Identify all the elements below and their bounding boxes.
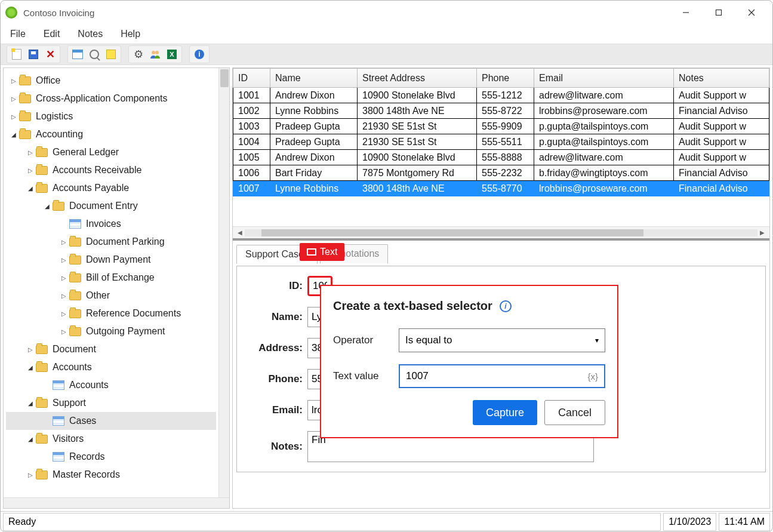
column-header[interactable]: Email <box>534 69 674 88</box>
dialog-info-icon[interactable]: i <box>500 300 512 312</box>
tree-item[interactable]: ▷Outgoing Payment <box>6 322 216 340</box>
column-header[interactable]: Street Address <box>358 69 477 88</box>
tree-item[interactable]: ◢Accounting <box>6 125 216 143</box>
column-header[interactable]: Name <box>270 69 358 88</box>
grid-scrollbar-horizontal[interactable]: ◀ ▶ <box>233 226 769 238</box>
table-row[interactable]: 1006Bart Friday7875 Montgomery Rd555-223… <box>233 165 769 181</box>
table-icon[interactable] <box>71 48 84 61</box>
tree-item[interactable]: ▷Other <box>6 287 216 305</box>
minimize-button[interactable] <box>669 4 702 21</box>
tree-item[interactable]: Records <box>6 448 216 466</box>
info-icon[interactable]: i <box>193 48 206 61</box>
table-row[interactable]: 1005Andrew Dixon10900 Stonelake Blvd555-… <box>233 150 769 165</box>
tree-item[interactable]: ▷Document Parking <box>6 233 216 251</box>
svg-point-5 <box>155 51 159 54</box>
notes-label: Notes: <box>243 441 303 453</box>
search-icon[interactable] <box>88 48 101 61</box>
expand-icon[interactable]: ▷ <box>60 310 68 317</box>
table-row[interactable]: 1002Lynne Robbins3800 148th Ave NE555-87… <box>233 103 769 119</box>
column-header[interactable]: ID <box>233 69 270 88</box>
expand-icon[interactable]: ▷ <box>26 472 35 478</box>
text-value-input[interactable]: 1007 {x} <box>399 364 605 388</box>
expand-icon[interactable]: ▷ <box>60 257 68 263</box>
tree-item[interactable]: ◢Accounts Payable <box>6 179 216 197</box>
text-selector-badge[interactable]: Text <box>300 243 344 261</box>
scroll-left-icon[interactable]: ◀ <box>235 228 245 238</box>
sticky-note-icon[interactable] <box>104 48 118 61</box>
cancel-button[interactable]: Cancel <box>544 400 605 425</box>
expand-icon[interactable]: ▷ <box>60 275 68 281</box>
table-cell: 7875 Montgomery Rd <box>358 165 477 181</box>
collapse-icon[interactable]: ◢ <box>26 185 35 192</box>
tree-item[interactable]: ▷Logistics <box>6 107 216 125</box>
tree-item[interactable]: ▷Master Records <box>6 466 216 484</box>
menu-file[interactable]: File <box>8 27 28 41</box>
table-cell: 555-8722 <box>477 103 534 119</box>
tree-item[interactable]: ▷Cross-Application Components <box>6 90 216 107</box>
expand-icon[interactable]: ▷ <box>10 113 18 120</box>
collapse-icon[interactable]: ◢ <box>26 364 35 371</box>
expand-icon[interactable]: ▷ <box>60 293 68 299</box>
table-row[interactable]: 1007Lynne Robbins3800 148th Ave NE555-87… <box>233 181 769 196</box>
expand-icon[interactable]: ▷ <box>10 78 18 84</box>
expand-icon[interactable]: ▷ <box>60 328 68 335</box>
table-row[interactable]: 1001Andrew Dixon10900 Stonelake Blvd555-… <box>233 88 769 103</box>
table-cell: Andrew Dixon <box>270 150 358 165</box>
close-button[interactable] <box>735 4 768 21</box>
data-grid[interactable]: IDNameStreet AddressPhoneEmailNotes 1001… <box>233 68 769 226</box>
folder-icon <box>19 76 31 85</box>
column-header[interactable]: Phone <box>477 69 534 88</box>
table-row[interactable]: 1004Pradeep Gupta21930 SE 51st St555-551… <box>233 134 769 150</box>
tree-item[interactable]: ▷Accounts Receivable <box>6 161 216 179</box>
tree-scrollbar-vertical[interactable] <box>218 68 229 497</box>
save-icon[interactable] <box>27 48 40 61</box>
expand-icon[interactable]: ▷ <box>10 96 18 102</box>
variable-hint[interactable]: {x} <box>587 371 598 382</box>
tree-item[interactable]: ▷Office <box>6 72 216 90</box>
collapse-icon[interactable]: ◢ <box>26 400 35 407</box>
menu-help[interactable]: Help <box>118 27 143 41</box>
tree-item[interactable]: ◢Accounts <box>6 358 216 376</box>
users-icon[interactable] <box>149 48 162 61</box>
tree-scrollbar-horizontal[interactable] <box>4 497 229 508</box>
gear-icon[interactable]: ⚙ <box>132 48 145 61</box>
capture-button[interactable]: Capture <box>473 400 537 425</box>
tree-item[interactable]: ▷Down Payment <box>6 251 216 269</box>
tree-item[interactable]: ▷Bill of Exchange <box>6 269 216 287</box>
expand-icon[interactable]: ▷ <box>26 346 35 353</box>
menu-edit[interactable]: Edit <box>41 27 63 41</box>
expand-icon[interactable]: ▷ <box>26 149 35 156</box>
tree-item[interactable]: ◢Document Entry <box>6 197 216 215</box>
excel-icon[interactable]: X <box>165 48 178 61</box>
tree-item[interactable]: Cases <box>6 412 216 430</box>
collapse-icon[interactable]: ◢ <box>43 203 51 210</box>
tree-item[interactable]: ▷General Ledger <box>6 143 216 161</box>
tree-item[interactable]: ▷Document <box>6 340 216 358</box>
tree-item[interactable]: ◢Visitors <box>6 430 216 448</box>
table-cell: Lynne Robbins <box>270 103 358 119</box>
table-cell: 555-8770 <box>477 181 534 196</box>
collapse-icon[interactable]: ◢ <box>10 131 18 138</box>
operator-select[interactable]: Is equal to ▾ <box>399 328 605 352</box>
collapse-icon[interactable]: ◢ <box>26 436 35 442</box>
folder-icon <box>69 238 81 247</box>
tree-item[interactable]: Accounts <box>6 376 216 394</box>
table-row[interactable]: 1003Pradeep Gupta21930 SE 51st St555-990… <box>233 119 769 134</box>
delete-icon[interactable]: ✕ <box>44 48 57 61</box>
maximize-button[interactable] <box>702 4 735 21</box>
tree-item[interactable]: Invoices <box>6 215 216 233</box>
new-icon[interactable] <box>10 48 23 61</box>
tree-item[interactable]: ◢Support <box>6 394 216 412</box>
folder-icon <box>69 273 81 282</box>
folder-icon <box>19 94 31 103</box>
expand-icon[interactable]: ▷ <box>60 239 68 245</box>
tree-item-label: Reference Documents <box>86 308 181 319</box>
tree-item-label: Invoices <box>86 219 121 229</box>
column-header[interactable]: Notes <box>674 69 769 88</box>
menu-notes[interactable]: Notes <box>75 27 105 41</box>
navigation-tree[interactable]: ▷Office▷Cross-Application Components▷Log… <box>4 68 218 497</box>
scroll-right-icon[interactable]: ▶ <box>757 228 767 238</box>
tree-item[interactable]: ▷Reference Documents <box>6 305 216 322</box>
titlebar: Contoso Invoicing <box>1 1 772 24</box>
expand-icon[interactable]: ▷ <box>26 167 35 174</box>
